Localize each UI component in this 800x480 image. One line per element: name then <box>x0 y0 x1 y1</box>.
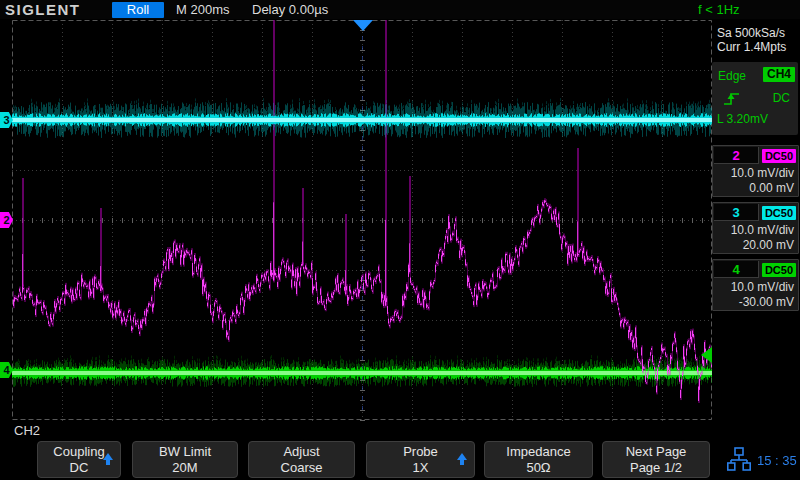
waveform-display <box>12 20 712 421</box>
network-icon <box>727 447 751 477</box>
status-bar: CH2 <box>0 421 800 441</box>
up-arrow-icon <box>457 453 467 465</box>
channel-3-offset: 20.00 mV <box>743 238 794 252</box>
memory-depth: Curr 1.4Mpts <box>717 40 786 54</box>
channel-2-number: 2 <box>714 147 759 164</box>
impedance-button[interactable]: Impedance 50Ω <box>484 441 593 478</box>
channel-4-number: 4 <box>714 261 759 278</box>
top-bar: SIGLENT Roll M 200ms Delay 0.00µs f < 1H… <box>0 0 800 19</box>
button-label: Impedance <box>485 444 592 459</box>
trigger-position-marker[interactable] <box>353 20 373 31</box>
delay-readout: Delay 0.00µs <box>252 2 328 17</box>
button-label: Next Page <box>603 444 709 459</box>
trigger-source-badge: CH4 <box>763 67 795 82</box>
button-value: 50Ω <box>485 460 592 475</box>
trigger-level-readout: L 3.20mV <box>717 112 768 126</box>
adjust-button[interactable]: Adjust Coarse <box>248 441 355 478</box>
right-sidebar: Sa 500kSa/s Curr 1.4Mpts Edge CH4 DC L 3… <box>712 19 800 421</box>
channel-4-offset: -30.00 mV <box>739 295 794 309</box>
trigger-coupling: DC <box>773 91 790 105</box>
channel-4-box[interactable]: 4 B DC50 10.0 mV/div -30.00 mV <box>712 259 799 311</box>
next-page-button[interactable]: Next Page Page 1/2 <box>602 441 710 478</box>
timebase-readout: M 200ms <box>176 2 229 17</box>
acquisition-readout: Sa 500kSa/s Curr 1.4Mpts <box>717 26 786 54</box>
softkey-menu: Coupling DC BW Limit 20M Adjust Coarse P… <box>0 441 800 480</box>
channel-4-coupling-badge: DC50 <box>762 263 796 277</box>
channel-3-box[interactable]: 3 DC50 10.0 mV/div 20.00 mV <box>712 202 799 254</box>
channel-4-scale: 10.0 mV/div <box>731 280 794 294</box>
channel-2-scale: 10.0 mV/div <box>731 166 794 180</box>
button-value: Coarse <box>249 460 354 475</box>
clock: 15 : 35 <box>757 453 797 468</box>
channel-2-box[interactable]: 2 B DC50 10.0 mV/div 0.00 mV <box>712 145 799 197</box>
sample-rate: Sa 500kSa/s <box>717 26 785 40</box>
channel-3-number: 3 <box>714 204 759 221</box>
trigger-panel[interactable]: Edge CH4 DC L 3.20mV <box>712 62 798 135</box>
brand-logo: SIGLENT <box>5 1 81 18</box>
button-value: Page 1/2 <box>603 460 709 475</box>
coupling-button[interactable]: Coupling DC <box>37 441 121 478</box>
up-arrow-icon <box>103 453 113 465</box>
channel-3-scale: 10.0 mV/div <box>731 223 794 237</box>
button-label: Adjust <box>249 444 354 459</box>
button-value: 20M <box>133 460 237 475</box>
channel-3-coupling-badge: DC50 <box>762 206 796 220</box>
bw-limit-button[interactable]: BW Limit 20M <box>132 441 238 478</box>
rising-edge-icon <box>722 89 742 112</box>
oscilloscope-screen: SIGLENT Roll M 200ms Delay 0.00µs f < 1H… <box>0 0 800 480</box>
probe-button[interactable]: Probe 1X <box>366 441 475 478</box>
channel-2-offset: 0.00 mV <box>749 181 794 195</box>
channel-2-coupling-badge: DC50 <box>762 149 796 163</box>
button-label: BW Limit <box>133 444 237 459</box>
frequency-counter: f < 1Hz <box>698 2 740 17</box>
active-channel-label: CH2 <box>14 423 40 438</box>
trigger-level-marker[interactable] <box>701 347 712 363</box>
acquisition-mode-badge[interactable]: Roll <box>112 2 164 18</box>
trigger-type: Edge <box>718 69 746 83</box>
